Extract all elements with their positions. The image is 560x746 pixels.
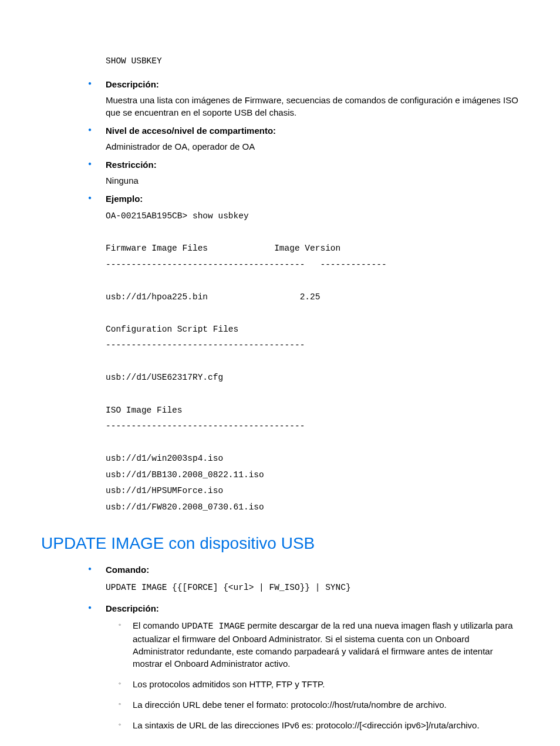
item-restriccion: Restricción: Ninguna	[88, 158, 519, 187]
command-code: SHOW USBKEY	[41, 53, 519, 70]
sub-item: El comando UPDATE IMAGE permite descarga…	[119, 619, 519, 670]
item-ejemplo: Ejemplo: OA-00215AB195CB> show usbkey Fi…	[88, 193, 519, 515]
text: La dirección URL debe tener el formato: …	[133, 700, 447, 710]
label: Comando:	[106, 563, 519, 576]
text-pre: El comando	[133, 620, 181, 630]
text: Los protocolos admitidos son HTTP, FTP y…	[133, 679, 325, 689]
section-heading-update-image-usb: UPDATE IMAGE con dispositivo USB	[41, 532, 519, 555]
sub-list: El comando UPDATE IMAGE permite descarga…	[106, 619, 519, 731]
label: Descripción:	[106, 602, 519, 615]
text: La sintaxis de URL de las direcciones IP…	[133, 720, 480, 730]
example-output: OA-00215AB195CB> show usbkey Firmware Im…	[106, 208, 519, 515]
item-comando: Comando: UPDATE IMAGE {{[FORCE] {<url> |…	[88, 563, 519, 596]
body: Administrador de OA, operador de OA	[106, 140, 519, 153]
comando-code: UPDATE IMAGE {{[FORCE] {<url> | FW_ISO}}…	[106, 579, 519, 596]
sub-item: Los protocolos admitidos son HTTP, FTP y…	[119, 678, 519, 690]
inline-code: UPDATE IMAGE	[181, 622, 245, 632]
sub-item: La dirección URL debe tener el formato: …	[119, 698, 519, 711]
body: Muestra una lista con imágenes de Firmwa…	[106, 94, 519, 119]
label: Descripción:	[106, 78, 519, 90]
label: Restricción:	[106, 158, 519, 171]
item-nivel-acceso: Nivel de acceso/nivel de compartimento: …	[88, 124, 519, 153]
body: Ninguna	[106, 174, 519, 187]
sub-item: La sintaxis de URL de las direcciones IP…	[119, 719, 519, 731]
item-descripcion-update: Descripción: El comando UPDATE IMAGE per…	[88, 602, 519, 731]
label: Nivel de acceso/nivel de compartimento:	[106, 124, 519, 137]
label: Ejemplo:	[106, 193, 519, 205]
update-list: Comando: UPDATE IMAGE {{[FORCE] {<url> |…	[41, 563, 519, 731]
definition-list: Descripción: Muestra una lista con imáge…	[41, 78, 519, 515]
item-descripcion: Descripción: Muestra una lista con imáge…	[88, 78, 519, 119]
